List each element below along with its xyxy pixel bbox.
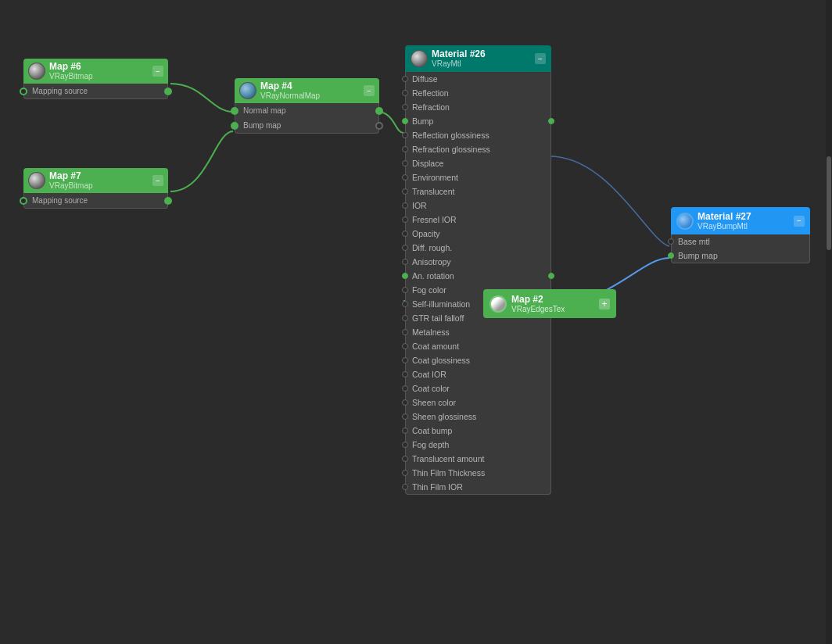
- slot-dot-coat-amount[interactable]: [402, 343, 408, 349]
- node-material26-icon: [411, 50, 428, 67]
- slot-dot-sheen-glossiness[interactable]: [402, 413, 408, 420]
- node-map7-title: Map #7 VRayBitmap: [49, 171, 93, 190]
- slot-port-right-bump[interactable]: [548, 118, 554, 124]
- slot-label-diff.-rough.: Diff. rough.: [412, 243, 452, 252]
- slot-dot-coat-ior[interactable]: [402, 371, 408, 377]
- slot-dot-translucent[interactable]: [402, 188, 408, 195]
- node-map7-port-left[interactable]: [20, 197, 27, 205]
- node-material26-slot-anisotropy: Anisotropy: [406, 255, 550, 269]
- slot-port-right-an.-rotation[interactable]: [548, 273, 554, 279]
- slot-label-coat-amount: Coat amount: [412, 342, 459, 351]
- slot-dot-diffuse[interactable]: [402, 76, 408, 82]
- node-material26-slot-metalness: Metalness: [406, 325, 550, 339]
- node-map2-header-left: Map #2 VRayEdgesTex: [490, 294, 565, 313]
- slot-label-refraction-glossiness: Refraction glossiness: [412, 145, 490, 154]
- node-map7-body: Mapping source: [23, 193, 168, 209]
- node-material26-slot-refraction: Refraction: [406, 100, 550, 114]
- scrollbar-thumb[interactable]: [827, 156, 831, 250]
- node-material26: Material #26 VRayMtl − DiffuseReflection…: [405, 45, 551, 495]
- node-material26-slot-translucent: Translucent: [406, 184, 550, 199]
- node-material26-minimize[interactable]: −: [535, 53, 546, 64]
- node-material26-slot-coat-ior: Coat IOR: [406, 367, 550, 381]
- slot-dot-anisotropy[interactable]: [402, 259, 408, 265]
- slot-dot-coat-color[interactable]: [402, 385, 408, 392]
- node-map7-header[interactable]: Map #7 VRayBitmap −: [23, 168, 168, 193]
- node-map4: Map #4 VRayNormalMap − Normal map Bump m…: [235, 78, 379, 134]
- node-map4-header[interactable]: Map #4 VRayNormalMap −: [235, 78, 379, 103]
- node-material27-bumpmap-dot[interactable]: [668, 252, 674, 259]
- slot-dot-fog-color[interactable]: [402, 287, 408, 293]
- slot-dot-thin-film-ior[interactable]: [402, 484, 408, 490]
- node-map4-normalmap-port-right[interactable]: [375, 107, 383, 115]
- node-map4-bumpmap-port-right[interactable]: [375, 122, 383, 130]
- slot-dot-reflection[interactable]: [402, 90, 408, 96]
- node-map6-title: Map #6 VRayBitmap: [49, 62, 93, 80]
- node-map7-port-right[interactable]: [164, 197, 172, 205]
- slot-label-self-illumination: Self-illumination: [412, 299, 470, 309]
- node-map4-normalmap-label: Normal map: [243, 106, 285, 115]
- slot-dot-refraction-glossiness[interactable]: [402, 146, 408, 152]
- slot-dot-coat-glossiness[interactable]: [402, 357, 408, 363]
- node-map6: Map #6 VRayBitmap − Mapping source: [23, 59, 168, 99]
- slot-dot-reflection-glossiness[interactable]: [402, 132, 408, 138]
- slot-dot-diff.-rough.[interactable]: [402, 245, 408, 251]
- node-material27-icon: [676, 213, 694, 230]
- slot-label-thin-film-ior: Thin Film IOR: [412, 482, 463, 492]
- slot-dot-metalness[interactable]: [402, 329, 408, 335]
- slot-dot-sheen-color[interactable]: [402, 399, 408, 406]
- node-map6-minimize[interactable]: −: [152, 66, 163, 77]
- node-map2-plus[interactable]: +: [599, 299, 610, 309]
- slot-dot-bump[interactable]: [402, 118, 408, 124]
- node-map4-normalmap-port-left[interactable]: [231, 107, 238, 115]
- slot-dot-opacity[interactable]: [402, 231, 408, 237]
- node-material26-header[interactable]: Material #26 VRayMtl −: [405, 45, 551, 72]
- node-map7-minimize[interactable]: −: [152, 175, 163, 186]
- slot-label-gtr-tail-falloff: GTR tail falloff: [412, 313, 464, 323]
- slot-label-coat-glossiness: Coat glossiness: [412, 356, 470, 365]
- node-map6-header[interactable]: Map #6 VRayBitmap −: [23, 59, 168, 84]
- slot-dot-fresnel-ior[interactable]: [402, 216, 408, 223]
- node-map4-body: Normal map Bump map: [235, 103, 379, 134]
- slot-dot-ior[interactable]: [402, 202, 408, 209]
- slot-label-reflection: Reflection: [412, 88, 449, 98]
- node-material27-basemtl-dot[interactable]: [668, 238, 674, 245]
- node-material26-slot-an.-rotation: An. rotation: [406, 269, 550, 283]
- node-map7-mapping-port: Mapping source: [24, 193, 167, 208]
- node-map2-title: Map #2 VRayEdgesTex: [511, 294, 565, 313]
- node-material26-slot-thin-film-ior: Thin Film IOR: [406, 480, 550, 494]
- slot-dot-gtr-tail-falloff[interactable]: [402, 315, 408, 321]
- scrollbar[interactable]: [826, 0, 832, 644]
- node-material26-slot-thin-film-thickness: Thin Film Thickness: [406, 466, 550, 480]
- node-map2: Map #2 VRayEdgesTex +: [483, 289, 616, 318]
- slot-label-opacity: Opacity: [412, 229, 440, 238]
- node-material27-minimize[interactable]: −: [794, 216, 805, 227]
- slot-dot-fog-depth[interactable]: [402, 442, 408, 448]
- node-material26-slot-translucent-amount: Translucent amount: [406, 452, 550, 466]
- node-map6-port-left[interactable]: [20, 88, 27, 95]
- node-material27-header-left: Material #27 VRayBumpMtl: [676, 211, 751, 231]
- slot-dot-coat-bump[interactable]: [402, 428, 408, 434]
- node-material26-slot-diff.-rough.: Diff. rough.: [406, 241, 550, 255]
- slot-dot-translucent-amount[interactable]: [402, 456, 408, 462]
- node-material26-slot-coat-amount: Coat amount: [406, 339, 550, 353]
- node-material26-slot-fresnel-ior: Fresnel IOR: [406, 213, 550, 227]
- slot-dot-an.-rotation[interactable]: [402, 273, 408, 279]
- slot-dot-thin-film-thickness[interactable]: [402, 470, 408, 476]
- slot-dot-environment[interactable]: [402, 174, 408, 181]
- slot-dot-refraction[interactable]: [402, 104, 408, 110]
- node-map6-body: Mapping source: [23, 84, 168, 99]
- node-map4-minimize[interactable]: −: [364, 85, 375, 96]
- node-material26-slot-reflection-glossiness: Reflection glossiness: [406, 128, 550, 142]
- slot-dot-displace[interactable]: [402, 160, 408, 166]
- node-map6-icon: [28, 63, 45, 80]
- node-material26-slot-coat-glossiness: Coat glossiness: [406, 353, 550, 367]
- node-material27-header[interactable]: Material #27 VRayBumpMtl −: [671, 207, 810, 234]
- node-map2-icon: [490, 295, 507, 313]
- slot-dot-self-illumination[interactable]: [402, 301, 408, 307]
- node-map4-bumpmap-port-left[interactable]: [231, 122, 238, 130]
- slot-label-displace: Displace: [412, 159, 443, 168]
- slot-label-translucent: Translucent: [412, 187, 454, 196]
- node-map6-port-right[interactable]: [164, 88, 172, 95]
- node-map2-header[interactable]: Map #2 VRayEdgesTex +: [483, 289, 616, 318]
- slot-label-translucent-amount: Translucent amount: [412, 454, 484, 463]
